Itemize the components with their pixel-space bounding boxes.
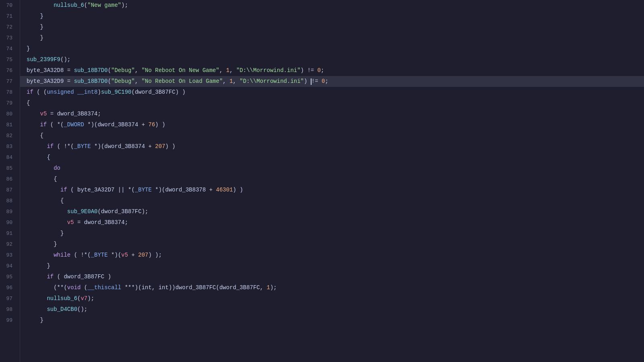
line-number: 89 xyxy=(4,206,16,217)
token-plain: ) ) xyxy=(165,141,175,152)
token-plain: ( ( xyxy=(33,87,47,98)
token-kw: if xyxy=(47,141,54,152)
token-var-special: v5 xyxy=(40,109,47,119)
line-number: 77 xyxy=(4,76,16,87)
code-line: (**(void (__thiscall ***)(int, int))dwor… xyxy=(20,282,644,293)
token-plain: ( xyxy=(54,272,64,282)
code-line: } xyxy=(20,228,644,239)
token-plain: = xyxy=(64,76,74,87)
token-plain: != xyxy=(312,76,322,87)
token-fn: sub_2399F9 xyxy=(27,54,60,65)
token-plain xyxy=(27,109,40,119)
code-line: while ( !*(_BYTE *)(v5 + 207) ); xyxy=(20,250,644,261)
token-plain: ; xyxy=(125,217,128,228)
code-line: } xyxy=(20,22,644,33)
code-line: } xyxy=(20,239,644,250)
token-type: _BYTE xyxy=(91,250,108,261)
token-var: byte_3A32D8 xyxy=(27,65,64,76)
token-plain: ( xyxy=(108,65,111,76)
token-num: 1 xyxy=(267,282,270,293)
line-number: 84 xyxy=(4,152,16,163)
line-number: 92 xyxy=(4,239,16,250)
token-plain: , xyxy=(229,65,236,76)
code-line: if ( byte_3A32D7 || *(_BYTE *)(dword_3B8… xyxy=(20,185,644,195)
token-plain xyxy=(27,141,47,152)
line-number: 71 xyxy=(4,11,16,22)
line-number: 88 xyxy=(4,195,16,206)
token-plain: ); xyxy=(87,293,94,304)
token-var: dword_3B87FC xyxy=(64,272,104,282)
token-str: "No Reboot On New Game" xyxy=(142,65,219,76)
token-plain: } xyxy=(27,315,43,326)
token-plain: (); xyxy=(60,54,70,65)
code-line: } xyxy=(20,43,644,54)
line-number: 74 xyxy=(4,43,16,54)
token-kw: do xyxy=(54,163,60,174)
token-plain: ; xyxy=(321,65,324,76)
line-number: 93 xyxy=(4,250,16,261)
line-number: 98 xyxy=(4,304,16,315)
code-line: if ( !*(_BYTE *)(dword_3B8374 + 207) ) xyxy=(20,141,644,152)
token-plain: + xyxy=(145,141,155,152)
token-plain: || *( xyxy=(114,185,134,195)
token-plain: (); xyxy=(77,304,87,315)
token-plain: , xyxy=(233,76,240,87)
token-str: "D:\\Morrowind.ini" xyxy=(239,76,304,87)
token-plain: ) xyxy=(104,272,111,282)
code-line: { xyxy=(20,152,644,163)
token-plain: } xyxy=(27,261,50,272)
token-num: 46301 xyxy=(216,185,233,195)
token-plain: ( *( xyxy=(47,119,64,130)
code-line: { xyxy=(20,174,644,185)
token-num: 207 xyxy=(138,250,148,261)
line-number: 87 xyxy=(4,185,16,195)
token-plain: + xyxy=(206,185,216,195)
token-plain: ( xyxy=(108,76,111,87)
line-number: 78 xyxy=(4,87,16,98)
token-plain: ); xyxy=(270,282,277,293)
token-plain: ) ) xyxy=(155,119,165,130)
token-var: dword_3B87FC xyxy=(219,282,260,293)
token-plain: ) ) xyxy=(233,185,243,195)
token-plain: } xyxy=(27,11,43,22)
token-plain: { xyxy=(27,98,30,109)
token-plain: ( xyxy=(77,293,80,304)
token-plain: ( xyxy=(132,87,135,98)
token-plain: { xyxy=(27,130,43,141)
code-line: if ( (unsigned __int8)sub_9C190(dword_3B… xyxy=(20,87,644,98)
token-fn: sub_D4CB0 xyxy=(47,304,77,315)
token-var-special: v7 xyxy=(80,293,87,304)
line-number: 95 xyxy=(4,272,16,282)
token-plain: + xyxy=(138,119,148,130)
token-str: "New game" xyxy=(87,0,121,11)
token-plain: ); xyxy=(121,0,128,11)
token-fn: sub_9C190 xyxy=(101,87,132,98)
token-plain xyxy=(27,250,54,261)
token-plain: ( xyxy=(67,185,77,195)
token-fn: nullsub_6 xyxy=(47,293,77,304)
token-plain: = xyxy=(74,217,84,228)
code-editor: 7071727374757677787980818283848586878889… xyxy=(0,0,644,362)
token-plain xyxy=(27,0,54,11)
token-kw: while xyxy=(54,250,70,261)
token-plain: ( !*( xyxy=(70,250,91,261)
code-content[interactable]: nullsub_6("New game"); } } }}sub_2399F9(… xyxy=(20,0,644,362)
code-line: nullsub_6("New game"); xyxy=(20,0,644,11)
token-kw: if xyxy=(40,119,47,130)
token-var: dword_3B8374 xyxy=(57,109,98,119)
token-type: unsigned xyxy=(47,87,74,98)
line-number: 75 xyxy=(4,54,16,65)
token-plain: ; xyxy=(97,109,101,119)
token-plain: ( xyxy=(216,282,219,293)
token-num: 1 xyxy=(226,65,229,76)
token-plain xyxy=(27,217,67,228)
code-line: { xyxy=(20,130,644,141)
token-num: 1 xyxy=(229,76,233,87)
line-number: 96 xyxy=(4,282,16,293)
token-plain xyxy=(27,185,60,195)
line-number: 76 xyxy=(4,65,16,76)
token-fn: sub_18B7D0 xyxy=(74,76,108,87)
token-str: "D:\\Morrowind.ini" xyxy=(236,65,301,76)
token-num: 207 xyxy=(155,141,165,152)
line-number: 97 xyxy=(4,293,16,304)
